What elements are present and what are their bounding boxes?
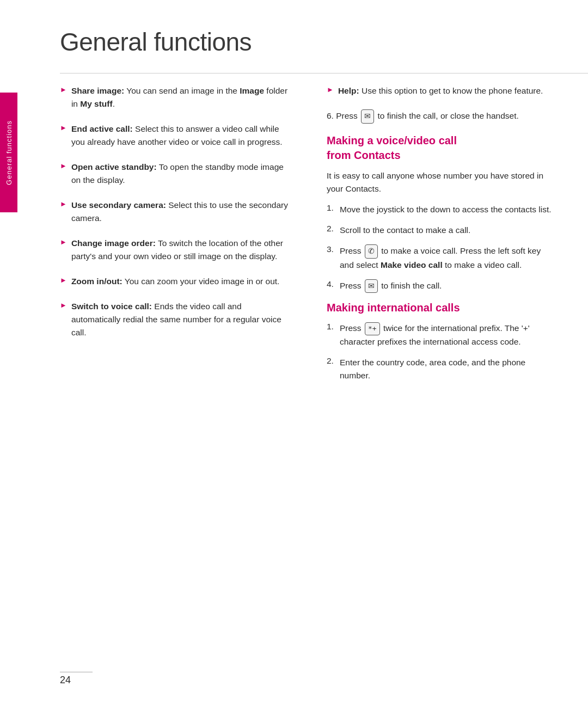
list-item: ► Change image order: To switch the loca… (60, 237, 289, 263)
steps-list-contacts: 1. Move the joystick to the down to acce… (327, 203, 555, 293)
bullet-arrow-icon: ► (60, 124, 67, 132)
list-item: ► Open active standby: To open the stand… (60, 161, 289, 187)
list-item: 1. Move the joystick to the down to acce… (327, 203, 555, 216)
list-item: 2. Scroll to the contact to make a call. (327, 224, 555, 237)
phone-end-icon: ✉ (365, 279, 378, 293)
right-column: ► Help: Use this option to get to know t… (321, 84, 555, 681)
bold-label: Zoom in/out: (71, 277, 122, 286)
bullet-arrow-icon: ► (327, 85, 334, 94)
bullet-arrow-icon: ► (60, 200, 67, 208)
bullet-text: Switch to voice call: Ends the video cal… (71, 300, 289, 339)
bold-label: Open active standby: (71, 162, 157, 171)
bold-label: Use secondary camera: (71, 200, 166, 210)
page-number: 24 (60, 675, 71, 686)
press-line-6: 6. Press ✉ to finish the call, or close … (327, 109, 555, 124)
page-container: General functions General functions ► Sh… (0, 0, 588, 705)
left-column: ► Share image: You can send an image in … (60, 84, 299, 681)
list-item: ► Help: Use this option to get to know t… (327, 84, 555, 97)
list-item: ► Zoom in/out: You can zoom your video i… (60, 275, 289, 288)
list-item: ► Use secondary camera: Select this to u… (60, 199, 289, 225)
bullet-arrow-icon: ► (60, 238, 67, 246)
phone-end-icon: ✉ (361, 109, 374, 124)
list-item: 2. Enter the country code, area code, an… (327, 356, 555, 382)
step-text: Press ✉ to finish the call. (340, 279, 442, 293)
bullet-text: Zoom in/out: You can zoom your video ima… (71, 275, 280, 288)
bullet-text: Help: Use this option to get to know the… (338, 84, 543, 97)
step-number: 4. (327, 279, 338, 289)
bold-label: Switch to voice call: (71, 302, 152, 311)
side-tab-text: General functions (5, 120, 13, 185)
content-area: ► Share image: You can send an image in … (0, 73, 588, 691)
step-number: 1. (327, 203, 338, 213)
phone-call-icon: ✆ (365, 244, 378, 259)
step-text: Press ✆ to make a voice call. Press the … (340, 244, 555, 272)
step-text: Enter the country code, area code, and t… (340, 356, 555, 382)
list-item: ► Share image: You can send an image in … (60, 84, 289, 111)
bullet-text: End active call: Select this to answer a… (71, 122, 289, 149)
section-intro: It is easy to call anyone whose number y… (327, 169, 555, 195)
step-text: Scroll to the contact to make a call. (340, 224, 470, 237)
page-title: General functions (0, 0, 588, 73)
bullet-arrow-icon: ► (60, 85, 67, 94)
step-number: 2. (327, 356, 338, 366)
bullet-text: Change image order: To switch the locati… (71, 237, 289, 263)
list-item: 1. Press *+ twice for the international … (327, 322, 555, 348)
bottom-divider (60, 672, 93, 673)
star-key-icon: *+ (365, 322, 380, 335)
section-heading-international: Making international calls (327, 301, 555, 315)
section-heading-contacts: Making a voice/video call from Contacts (327, 133, 555, 163)
step-number: 3. (327, 244, 338, 254)
list-item: ► Switch to voice call: Ends the video c… (60, 300, 289, 339)
step-text: Move the joystick to the down to access … (340, 203, 552, 216)
bullet-text: Use secondary camera: Select this to use… (71, 199, 289, 225)
side-tab: General functions (0, 93, 17, 212)
bullet-arrow-icon: ► (60, 301, 67, 309)
bold-label: Help: (338, 86, 359, 95)
bold-label: Change image order: (71, 238, 156, 248)
list-item: ► End active call: Select this to answer… (60, 122, 289, 149)
bullet-text: Open active standby: To open the standby… (71, 161, 289, 187)
step-text: Press *+ twice for the international pre… (340, 322, 555, 348)
bullet-arrow-icon: ► (60, 162, 67, 170)
bold-label: Share image: (71, 86, 124, 95)
bold-label: End active call: (71, 124, 133, 133)
right-top-bullets: ► Help: Use this option to get to know t… (327, 84, 555, 97)
steps-list-international: 1. Press *+ twice for the international … (327, 322, 555, 382)
bullet-text: Share image: You can send an image in th… (71, 84, 289, 111)
list-item: 4. Press ✉ to finish the call. (327, 279, 555, 293)
bullet-arrow-icon: ► (60, 276, 67, 284)
step-number: 2. (327, 224, 338, 234)
list-item: 3. Press ✆ to make a voice call. Press t… (327, 244, 555, 272)
step-number: 1. (327, 322, 338, 332)
